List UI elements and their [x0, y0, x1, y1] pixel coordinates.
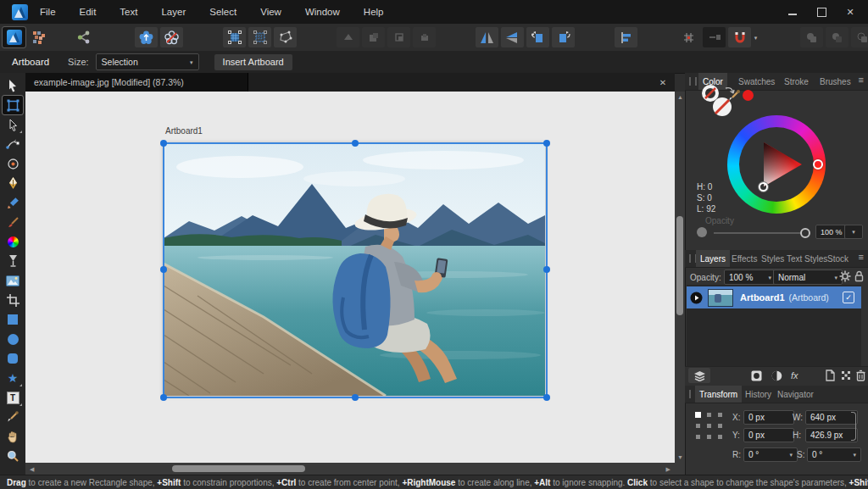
opacity-caret[interactable]: ▾	[844, 225, 863, 239]
snapping-options-caret[interactable]: ▾	[751, 27, 760, 47]
delete-layer-trash-icon[interactable]	[856, 370, 865, 381]
transform-bounds-button[interactable]	[274, 27, 297, 47]
flip-horizontal-button[interactable]	[476, 27, 498, 47]
vector-brush-tool[interactable]	[3, 213, 23, 231]
panel-menu-icon[interactable]: ≡	[859, 75, 864, 85]
pattern-icon[interactable]	[841, 370, 852, 381]
horizontal-scrollbar[interactable]: ◀ ▶	[25, 463, 675, 475]
opacity-knob[interactable]	[697, 227, 707, 237]
panel-grip[interactable]	[689, 77, 697, 86]
insert-artboard-button[interactable]: Insert Artboard	[214, 54, 292, 70]
force-pixel-alignment-button[interactable]	[677, 27, 700, 47]
tabbar-close-button[interactable]: ✕	[656, 75, 670, 89]
corner-tool[interactable]	[3, 135, 23, 153]
x-field[interactable]: 0 px	[743, 410, 794, 425]
fx-icon[interactable]: fx	[791, 370, 798, 381]
scroll-right-icon[interactable]: ▶	[666, 466, 670, 472]
rotation-field[interactable]: 0 °▾	[743, 447, 798, 462]
node-tool[interactable]	[3, 115, 23, 134]
menu-window[interactable]: Window	[293, 0, 352, 24]
artistic-text-tool[interactable]: T	[3, 388, 23, 407]
color-picker-tool[interactable]	[3, 408, 23, 426]
view-tool[interactable]	[3, 427, 23, 446]
menu-view[interactable]: View	[248, 0, 293, 24]
assistant-button[interactable]	[160, 27, 183, 47]
menu-help[interactable]: Help	[352, 0, 396, 24]
tab-brushes[interactable]: Brushes	[815, 73, 855, 90]
blend-mode-dropdown[interactable]: Normal ▾	[773, 270, 843, 285]
rectangle-tool[interactable]	[3, 310, 23, 329]
color-wheel[interactable]	[727, 115, 826, 214]
layer-expand-icon[interactable]	[690, 292, 703, 304]
flip-vertical-button[interactable]	[501, 27, 524, 47]
move-by-whole-pixels-button[interactable]	[703, 27, 726, 47]
tab-history[interactable]: History	[741, 386, 776, 403]
artboard-tool[interactable]	[3, 96, 23, 114]
horizontal-scroll-thumb[interactable]	[172, 465, 305, 472]
rotate-counterclockwise-button[interactable]	[526, 27, 549, 47]
transparency-tool[interactable]	[3, 252, 23, 270]
maximize-button[interactable]	[814, 4, 829, 19]
h-field[interactable]: 426.9 px	[805, 428, 858, 442]
artboard-label[interactable]: Artboard1	[165, 126, 203, 136]
layer-thumbnail[interactable]	[708, 289, 733, 307]
shear-field[interactable]: 0 °▾	[807, 447, 861, 462]
w-field[interactable]: 640 px	[805, 410, 858, 425]
blend-options-gear-icon[interactable]	[839, 270, 851, 282]
vertical-scrollbar[interactable]: ▲ ▼	[675, 92, 685, 463]
opacity-slider-track[interactable]	[714, 232, 802, 234]
rotate-clockwise-button[interactable]	[552, 27, 575, 47]
rounded-rectangle-tool[interactable]	[3, 349, 23, 368]
opacity-slider-handle[interactable]	[800, 228, 810, 238]
hue-selector[interactable]	[813, 159, 823, 169]
ellipse-tool[interactable]	[3, 330, 23, 348]
point-transform-tool[interactable]	[3, 154, 23, 173]
vector-crop-tool[interactable]	[3, 291, 23, 309]
export-persona-button[interactable]	[72, 27, 95, 47]
adjustment-layer-icon[interactable]	[771, 370, 782, 381]
tab-swatches[interactable]: Swatches	[734, 73, 779, 90]
scroll-down-icon[interactable]: ▼	[677, 454, 683, 460]
y-field[interactable]: 0 px	[743, 428, 794, 442]
edit-all-layers-button[interactable]	[135, 27, 158, 47]
hsl-triangle[interactable]	[739, 127, 814, 202]
fill-tool[interactable]	[3, 232, 23, 251]
zoom-tool[interactable]	[3, 447, 23, 465]
scroll-up-icon[interactable]: ▲	[677, 94, 683, 100]
artboard-image[interactable]	[164, 143, 545, 396]
current-color-swatch[interactable]	[743, 90, 754, 101]
snapping-magnet-button[interactable]	[728, 27, 751, 47]
tab-layers[interactable]: Layers	[696, 250, 730, 267]
color-eyedropper-icon[interactable]	[727, 89, 741, 103]
layers-stack-button[interactable]	[688, 368, 710, 383]
vertical-scroll-thumb[interactable]	[676, 216, 683, 315]
select-box-dashed-button[interactable]	[248, 27, 271, 47]
new-layer-icon[interactable]	[826, 370, 835, 381]
move-tool[interactable]	[3, 76, 23, 95]
lock-icon[interactable]	[854, 270, 864, 282]
mask-layer-icon[interactable]	[751, 370, 762, 381]
pencil-tool[interactable]	[3, 193, 23, 212]
layers-opacity-dropdown[interactable]: 100 % ▾	[724, 270, 776, 285]
tab-stroke[interactable]: Stroke	[780, 73, 813, 90]
tab-transform[interactable]: Transform	[695, 386, 742, 403]
menu-file[interactable]: File	[28, 0, 68, 24]
scroll-left-icon[interactable]: ◀	[30, 466, 34, 472]
select-box-button[interactable]	[223, 27, 246, 47]
saturation-lightness-selector[interactable]	[759, 182, 768, 192]
panel-menu-icon[interactable]: ≡	[859, 252, 864, 262]
tab-navigator[interactable]: Navigator	[773, 386, 818, 403]
close-button[interactable]: ✕	[843, 4, 858, 19]
designer-persona-button[interactable]	[3, 27, 25, 47]
layer-row-artboard1[interactable]: Artboard1 (Artboard) ✓	[687, 286, 861, 308]
document-tab[interactable]: example-image.jpg [Modified] (87.3%)	[25, 73, 248, 92]
pen-tool[interactable]	[3, 174, 23, 192]
menu-text[interactable]: Text	[108, 0, 149, 24]
aspect-link-bracket[interactable]	[851, 412, 856, 441]
menu-select[interactable]: Select	[198, 0, 248, 24]
menu-layer[interactable]: Layer	[149, 0, 198, 24]
tab-stock[interactable]: Stock	[823, 250, 853, 267]
alignment-button[interactable]	[615, 27, 637, 47]
size-select[interactable]: Selection ▾	[96, 53, 199, 70]
place-image-tool[interactable]	[3, 271, 23, 290]
